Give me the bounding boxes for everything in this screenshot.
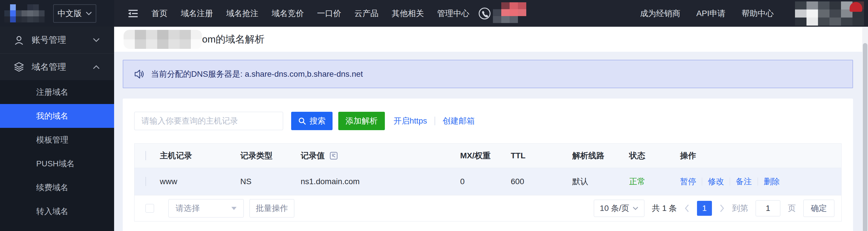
row-checkbox[interactable] <box>146 177 146 186</box>
action-divider <box>702 177 702 186</box>
cell-mx: 0 <box>460 177 511 186</box>
col-ttl: TTL <box>511 151 572 160</box>
nav-item-api-apply[interactable]: API申请 <box>696 8 725 19</box>
language-switcher[interactable]: 中文版 <box>53 4 96 23</box>
nav-item-console[interactable]: 管理中心 <box>437 8 469 19</box>
nav-item-other[interactable]: 其他相关 <box>392 8 424 19</box>
goto-prefix: 到第 <box>732 203 748 214</box>
records-toolbar: 搜索 添加解析 开启https 创建邮箱 <box>134 112 842 130</box>
batch-operate-button[interactable]: 批量操作 <box>249 199 294 218</box>
edit-record-value-icon[interactable] <box>330 152 338 160</box>
speaker-icon <box>133 69 144 79</box>
scrollbar-thumb[interactable] <box>863 43 867 231</box>
action-divider <box>730 177 730 186</box>
sidebar-group-label: 域名管理 <box>32 61 66 73</box>
col-host-record: 主机记录 <box>160 150 240 161</box>
footer-select-all-checkbox[interactable] <box>146 204 154 212</box>
table-row: www NS ns1.domain.com 0 600 默认 正常 暂停 修改 … <box>134 168 841 195</box>
sidebar-item-my-domains[interactable]: 我的域名 <box>0 104 114 128</box>
prev-page-icon[interactable] <box>684 204 689 212</box>
chevron-down-icon <box>93 38 100 42</box>
page-size-value: 10 条/页 <box>600 203 629 214</box>
sidebar-item-template-manage[interactable]: 模板管理 <box>0 128 114 152</box>
nav-item-become-reseller[interactable]: 成为经销商 <box>640 8 680 19</box>
pagination: 10 条/页 共 1 条 1 到第 页 确定 <box>594 200 834 217</box>
sidebar-item-transfer-in[interactable]: 转入域名 <box>0 199 114 223</box>
nav-item-home[interactable]: 首页 <box>152 8 167 19</box>
total-count: 共 1 条 <box>652 203 677 214</box>
top-navbar: 中文版 首页 域名注册 域名抢注 域名竞价 一口价 云产品 其他相关 管理中心 … <box>0 0 868 27</box>
enable-https-link[interactable]: 开启https <box>394 116 427 126</box>
search-button[interactable]: 搜索 <box>291 112 333 130</box>
chevron-down-icon <box>632 206 638 210</box>
main-nav: 首页 域名注册 域名抢注 域名竞价 一口价 云产品 其他相关 管理中心 <box>152 8 469 19</box>
cell-ttl: 600 <box>511 177 572 186</box>
page-size-select[interactable]: 10 条/页 <box>594 200 644 217</box>
nav-item-domain-register[interactable]: 域名注册 <box>181 8 213 19</box>
user-account-redacted[interactable] <box>795 1 864 26</box>
sidebar-group-label: 账号管理 <box>32 34 66 46</box>
phone-icon <box>478 7 491 20</box>
modify-record-link[interactable]: 修改 <box>708 176 724 187</box>
nav-item-help-center[interactable]: 帮助中心 <box>742 8 774 19</box>
chevron-down-icon <box>86 11 92 15</box>
delete-record-link[interactable]: 删除 <box>764 176 780 187</box>
remark-record-link[interactable]: 备注 <box>736 176 752 187</box>
page-title: om的域名解析 <box>124 30 265 49</box>
pause-record-link[interactable]: 暂停 <box>680 176 696 187</box>
cell-value: ns1.domain.com <box>301 177 460 186</box>
sidebar-submenu: 注册域名 我的域名 模板管理 PUSH域名 续费域名 转入域名 外部入库 <box>0 80 114 231</box>
brand-area: 中文版 <box>0 0 114 27</box>
nav-item-domain-backorder[interactable]: 域名抢注 <box>226 8 258 19</box>
add-record-button[interactable]: 添加解析 <box>338 112 385 130</box>
col-record-type: 记录类型 <box>240 150 301 161</box>
cell-type: NS <box>240 177 301 186</box>
layers-icon <box>14 62 24 72</box>
domain-name-redacted <box>124 30 202 49</box>
nav-item-buy-now[interactable]: 一口价 <box>317 8 341 19</box>
main-area: om的域名解析 当前分配的DNS服务器是: a.share-dns.com,b.… <box>114 27 868 231</box>
sidebar-item-renew-domain[interactable]: 续费域名 <box>0 175 114 199</box>
col-line: 解析线路 <box>572 150 629 161</box>
service-phone <box>478 4 526 23</box>
batch-action-select[interactable]: 请选择 <box>168 199 244 218</box>
add-record-label: 添加解析 <box>345 116 378 126</box>
title-bar: om的域名解析 <box>114 27 868 52</box>
logo-redacted <box>4 4 44 23</box>
col-status: 状态 <box>629 150 680 161</box>
current-page-button[interactable]: 1 <box>697 201 712 216</box>
create-mailbox-link[interactable]: 创建邮箱 <box>443 116 475 126</box>
row-actions: 暂停 修改 备注 删除 <box>680 176 841 187</box>
next-page-icon[interactable] <box>719 204 724 212</box>
search-icon <box>298 117 306 125</box>
records-table: 主机记录 记录类型 记录值 MX/权重 TTL 解析线路 状 <box>134 143 842 222</box>
page-title-text: om的域名解析 <box>202 33 265 46</box>
sidebar-item-external-import[interactable]: 外部入库 <box>0 223 114 231</box>
phone-number-redacted <box>493 2 526 23</box>
user-icon <box>14 35 24 45</box>
nav-item-domain-auction[interactable]: 域名竞价 <box>272 8 304 19</box>
dns-banner-text: 当前分配的DNS服务器是: a.share-dns.com,b.share-dn… <box>151 69 363 79</box>
language-label: 中文版 <box>58 8 82 19</box>
nav-item-cloud-products[interactable]: 云产品 <box>354 8 378 19</box>
col-actions: 操作 <box>680 150 841 161</box>
search-button-label: 搜索 <box>310 116 326 126</box>
confirm-button[interactable]: 确定 <box>803 200 834 217</box>
dns-info-banner: 当前分配的DNS服务器是: a.share-dns.com,b.share-dn… <box>123 60 853 88</box>
chevron-up-icon <box>93 65 100 69</box>
sidebar-item-push-domain[interactable]: PUSH域名 <box>0 152 114 175</box>
sidebar: 账号管理 域名管理 注册域名 我的域名 模板管理 PUSH域名 续费域名 转入域… <box>0 27 114 231</box>
cell-line: 默认 <box>572 176 629 187</box>
vertical-scrollbar <box>862 27 868 231</box>
sidebar-group-domain[interactable]: 域名管理 <box>0 54 114 80</box>
goto-suffix: 页 <box>788 203 796 214</box>
caret-down-icon <box>231 207 237 210</box>
sidebar-item-register-domain[interactable]: 注册域名 <box>0 80 114 104</box>
goto-page-input[interactable] <box>755 200 780 216</box>
link-divider <box>435 117 435 125</box>
host-record-search-input[interactable] <box>134 112 283 130</box>
action-divider <box>757 177 758 186</box>
menu-fold-icon[interactable] <box>127 9 139 19</box>
select-all-checkbox[interactable] <box>146 151 146 160</box>
sidebar-group-account[interactable]: 账号管理 <box>0 27 114 54</box>
